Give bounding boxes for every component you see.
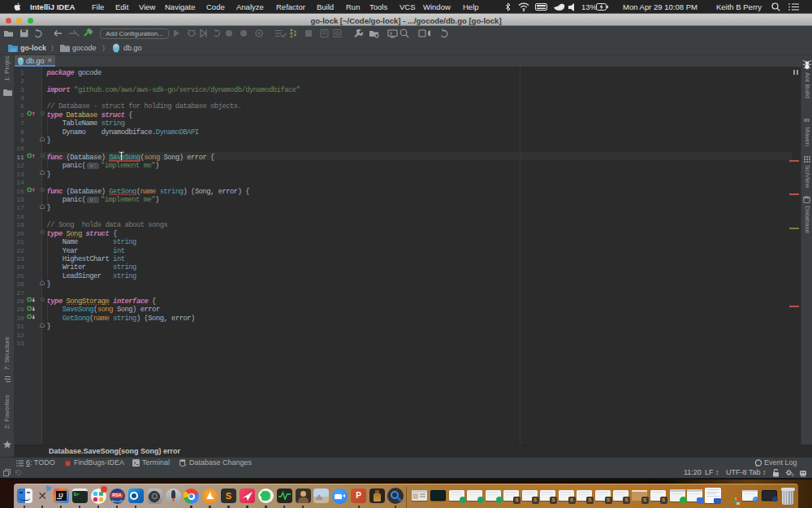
svg-text:?: ? (792, 473, 795, 478)
